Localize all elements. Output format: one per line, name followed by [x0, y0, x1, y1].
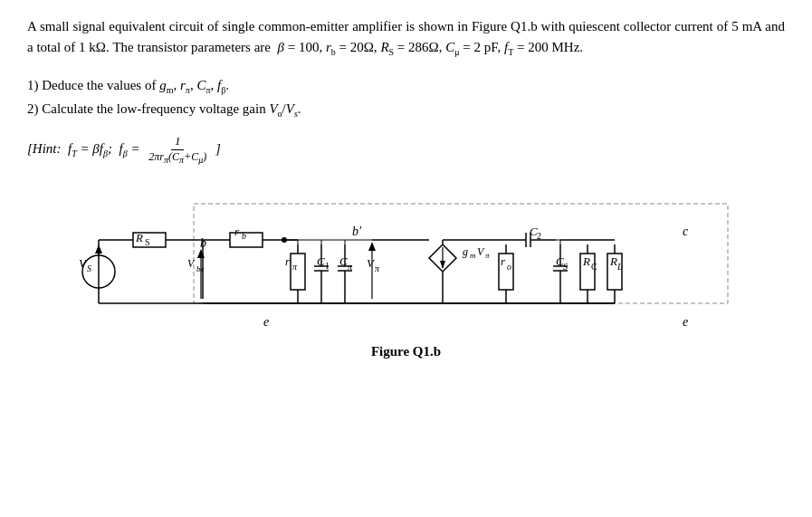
vbe-label: V: [187, 257, 196, 270]
rs-subscript: S: [145, 237, 150, 247]
questions-section: 1) Deduce the values of gm, rπ, Cπ, fβ. …: [27, 74, 785, 121]
gm-subscript: m: [470, 251, 476, 260]
hint-fraction: 1 2πrπ(Cπ+Cμ): [145, 134, 210, 166]
vs-subscript: S: [87, 263, 91, 273]
node-e-label-left: e: [263, 315, 269, 329]
figure-label: Figure Q1.b: [371, 344, 441, 359]
node-bprime-label: b': [352, 225, 362, 238]
rpi-subscript: π: [292, 262, 298, 272]
gm-v-subscript: π: [485, 251, 490, 260]
rpi-resistor: [291, 254, 305, 290]
question-2: 2) Calculate the low-frequency voltage g…: [27, 98, 785, 121]
node-c-label: c: [683, 225, 689, 238]
gm-arrow: [440, 261, 445, 269]
hint-numerator: 1: [171, 134, 185, 150]
svg-rect-0: [194, 204, 728, 303]
node-e-label-right: e: [683, 315, 688, 329]
gm-v-label: V: [477, 245, 485, 258]
question-1: 1) Deduce the values of gm, rπ, Cπ, fβ.: [27, 74, 785, 98]
hint-denominator: 2πrπ(Cπ+Cμ): [145, 150, 210, 166]
rb-label: r: [234, 225, 240, 238]
vpi-arrow: [368, 242, 376, 251]
vbe-arrow: [197, 249, 205, 258]
hint-text: [Hint: fT = βfβ; fβ = 1 2πrπ(Cπ+Cμ) ]: [27, 134, 221, 166]
hint-section: [Hint: fT = βfβ; fβ = 1 2πrπ(Cπ+Cμ) ]: [27, 134, 785, 166]
circuit-container: b b' c e e V S R S V be: [27, 186, 785, 359]
circuit-diagram: b b' c e e V S R S V be: [53, 186, 759, 339]
rc-label: R: [582, 254, 590, 268]
vpi-subscript: π: [375, 263, 380, 273]
rl-label: R: [609, 254, 617, 268]
ro-subscript: o: [507, 262, 511, 272]
rpi-label: r: [285, 254, 291, 268]
ro-label: r: [501, 254, 506, 268]
problem-text: A small signal equivalent circuit of sin…: [27, 16, 785, 60]
gm-label: g: [463, 245, 468, 258]
problem-paragraph: A small signal equivalent circuit of sin…: [27, 16, 785, 60]
